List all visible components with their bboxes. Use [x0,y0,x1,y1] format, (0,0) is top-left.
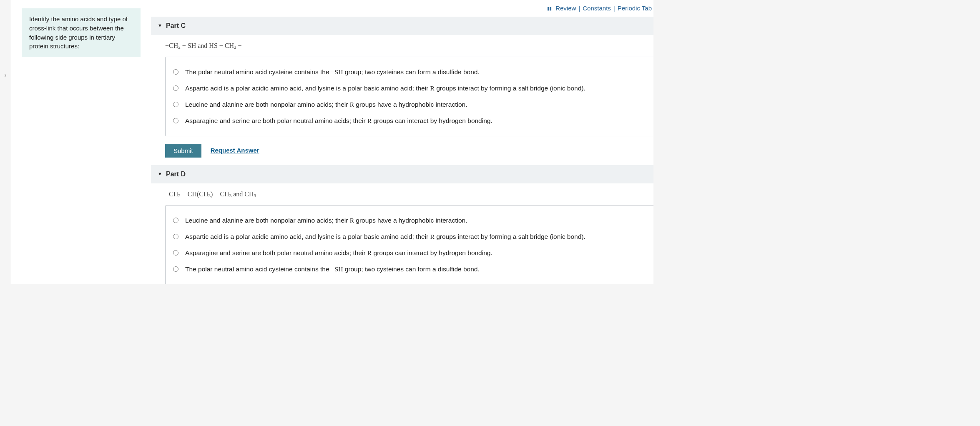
part-header-c[interactable]: ▼ Part C [151,17,653,35]
option-text: Aspartic acid is a polar acidic amino ac… [185,232,585,241]
part-label: Part C [166,21,186,31]
formula-c: −CH2 − SH and HS − CH2 − [165,41,653,51]
option-text: Asparagine and serine are both polar neu… [185,116,493,125]
radio-input[interactable] [173,250,178,256]
option-row[interactable]: The polar neutral amino acid cysteine co… [173,64,645,80]
instruction-box: Identify the amino acids and type of cro… [22,8,141,57]
separator: | [613,4,615,13]
radio-input[interactable] [173,118,178,123]
radio-input[interactable] [173,102,178,107]
expand-chevron-icon[interactable]: › [5,71,7,80]
option-text: The polar neutral amino acid cysteine co… [185,264,480,274]
left-column: Identify the amino acids and type of cro… [11,0,145,284]
radio-input[interactable] [173,266,178,272]
option-row[interactable]: Leucine and alanine are both nonpolar am… [173,212,645,228]
option-row[interactable]: Asparagine and serine are both polar neu… [173,245,645,261]
radio-input[interactable] [173,69,178,75]
review-link[interactable]: Review [555,4,576,13]
request-answer-link[interactable]: Request Answer [211,146,259,155]
options-box-d: Leucine and alanine are both nonpolar am… [165,205,653,284]
periodic-link[interactable]: Periodic Tab [618,4,652,13]
option-row[interactable]: Leucine and alanine are both nonpolar am… [173,96,645,113]
part-header-d[interactable]: ▼ Part D [151,165,653,183]
option-text: Leucine and alanine are both nonpolar am… [185,216,467,225]
main-column: ▮▮ Review | Constants | Periodic Tab ▼ P… [145,0,653,284]
options-box-c: The polar neutral amino acid cysteine co… [165,57,653,136]
submit-button[interactable]: Submit [165,144,201,158]
option-row[interactable]: Asparagine and serine are both polar neu… [173,113,645,129]
option-row[interactable]: Aspartic acid is a polar acidic amino ac… [173,80,645,96]
constants-link[interactable]: Constants [583,4,611,13]
option-text: The polar neutral amino acid cysteine co… [185,67,480,77]
separator: | [578,4,580,13]
option-row[interactable]: Aspartic acid is a polar acidic amino ac… [173,228,645,245]
top-links: ▮▮ Review | Constants | Periodic Tab [145,1,653,17]
collapse-arrow-icon: ▼ [158,22,161,29]
radio-input[interactable] [173,85,178,91]
page-wrap: › Identify the amino acids and type of c… [0,0,653,284]
option-row[interactable]: The polar neutral amino acid cysteine co… [173,261,645,277]
part-label: Part D [166,169,186,179]
option-text: Aspartic acid is a polar acidic amino ac… [185,83,585,93]
collapse-arrow-icon: ▼ [158,170,161,178]
side-rail: › [0,0,11,284]
formula-d: −CH2 − CH(CH3) − CH3 and CH3 − [165,189,653,199]
option-text: Leucine and alanine are both nonpolar am… [185,100,467,109]
option-text: Asparagine and serine are both polar neu… [185,248,493,258]
bar-chart-icon: ▮▮ [547,5,551,12]
radio-input[interactable] [173,218,178,223]
radio-input[interactable] [173,234,178,239]
actions-c: Submit Request Answer [165,144,653,158]
